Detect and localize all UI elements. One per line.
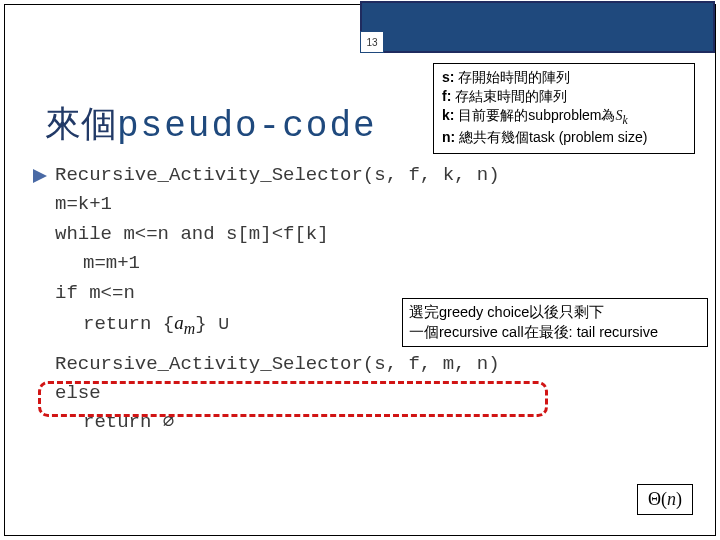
legend-desc: 存開始時間的陣列 [458, 69, 570, 85]
slide-frame: 13 來個pseudo-code s: 存開始時間的陣列 f: 存結束時間的陣列… [4, 4, 716, 536]
code-line: Recursive_Activity_Selector(s, f, k, n) [55, 161, 500, 190]
note-line: 一個recursive call在最後: tail recursive [409, 323, 701, 343]
legend-math: S [616, 108, 623, 123]
legend-desc: 總共有幾個task (problem size) [459, 129, 647, 145]
code-text: } ∪ [195, 313, 229, 335]
legend-row-f: f: 存結束時間的陣列 [442, 87, 686, 106]
legend-sub: k [623, 114, 628, 127]
annotation-box: 選完greedy choice以後只剩下 一個recursive call在最後… [402, 298, 708, 347]
note-line: 選完greedy choice以後只剩下 [409, 303, 701, 323]
legend-key: s: [442, 69, 454, 85]
title-cjk: 來個 [45, 100, 117, 149]
legend-key: n: [442, 129, 455, 145]
close-paren: ) [676, 489, 682, 509]
legend-box: s: 存開始時間的陣列 f: 存結束時間的陣列 k: 目前要解的subprobl… [433, 63, 695, 154]
code-sub: m [184, 320, 195, 337]
page-number: 13 [360, 31, 384, 53]
highlight-dashed-box [38, 381, 548, 417]
complexity-box: Θ(n) [637, 484, 693, 515]
code-line: m=k+1 [55, 190, 500, 219]
top-banner [360, 1, 715, 53]
legend-key: k: [442, 107, 454, 123]
legend-desc: 目前要解的subproblem為 [458, 107, 615, 123]
code-line-highlighted: Recursive_Activity_Selector(s, f, m, n) [55, 350, 500, 379]
legend-row-s: s: 存開始時間的陣列 [442, 68, 686, 87]
slide-title: 來個pseudo-code [45, 100, 377, 149]
title-latin: pseudo-code [117, 106, 377, 147]
complexity-var: n [667, 489, 676, 509]
legend-row-k: k: 目前要解的subproblem為Sk [442, 106, 686, 129]
code-line: m=m+1 [55, 249, 500, 278]
page-number-text: 13 [366, 37, 377, 48]
theta: Θ( [648, 489, 667, 509]
legend-key: f: [442, 88, 451, 104]
bullet-arrow-icon [33, 169, 47, 183]
legend-row-n: n: 總共有幾個task (problem size) [442, 128, 686, 147]
code-line: while m<=n and s[m]<f[k] [55, 220, 500, 249]
legend-desc: 存結束時間的陣列 [455, 88, 567, 104]
code-text: return { [83, 313, 174, 335]
code-math: a [174, 312, 184, 333]
